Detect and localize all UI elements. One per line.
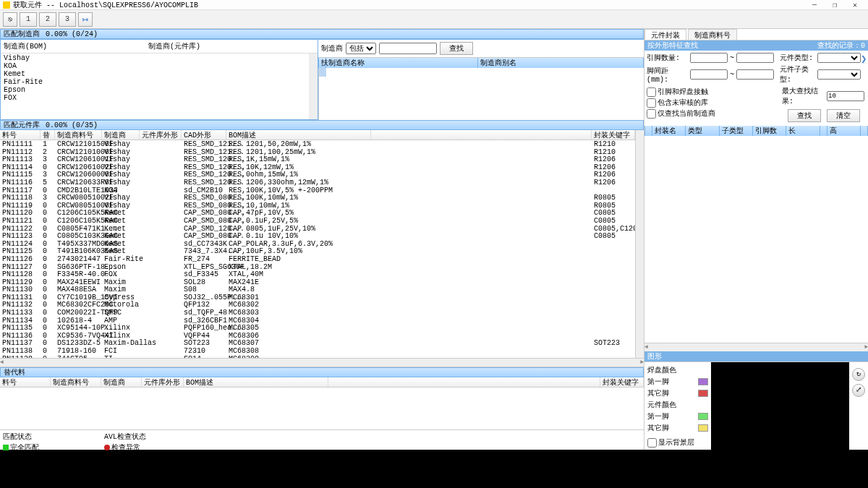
exit-icon[interactable]: ↦ <box>78 12 93 27</box>
manufacturer-item[interactable]: FOX <box>4 94 306 102</box>
table-row[interactable]: PN111330COM20022I-TQFPSMSCsd_TQFP_48MC68… <box>0 309 635 317</box>
comp-subtype-select[interactable] <box>817 69 861 80</box>
clear-button[interactable]: 清空 <box>827 109 860 122</box>
search-input[interactable] <box>379 43 437 54</box>
table-row[interactable]: PN111290MAX241EEWIMaximSOL28MAX241E <box>0 278 635 286</box>
pad-other-swatch[interactable] <box>698 390 708 397</box>
pitch-min[interactable] <box>690 69 728 80</box>
maximize-button[interactable]: ❐ <box>825 1 845 9</box>
component-table-body[interactable]: PN111111CRCW12101500FVishayRES_SMD_121..… <box>0 140 635 358</box>
component-table-scrollbar[interactable] <box>635 130 644 358</box>
pin-count-min[interactable] <box>690 53 728 63</box>
substitute-table-body[interactable] <box>0 388 644 429</box>
table-row[interactable]: PN111153CRCW12060000FVishayRES_SMD_120..… <box>0 171 635 179</box>
table-row[interactable]: PN111133CRCW12061001FVishayRES_SMD_120..… <box>0 155 635 163</box>
table-row[interactable]: PN111183CRCW08051002FVishayRES_SMD_080..… <box>0 194 635 202</box>
package-col[interactable] <box>820 126 827 136</box>
sub-col-libshape[interactable]: 元件库外形 <box>142 377 184 387</box>
close-button[interactable]: ✕ <box>845 1 865 9</box>
table-row[interactable]: PN111250T491B106K035ASKemet7343_7.3X4...… <box>0 247 635 255</box>
package-col[interactable] <box>861 126 868 136</box>
table-row[interactable]: PN111111CRCW12101500FVishayRES_SMD_121..… <box>0 140 635 148</box>
find-button[interactable]: 查找 <box>788 109 821 122</box>
open-icon[interactable]: ⎋ <box>3 12 17 27</box>
col-mfrpartno[interactable]: 制造商料号 <box>55 130 102 140</box>
manufacturer-item[interactable]: Epson <box>4 86 306 94</box>
pitch-max[interactable] <box>736 69 774 80</box>
manufacturer-item[interactable]: Kemet <box>4 70 306 78</box>
package-col[interactable] <box>645 126 652 136</box>
table-row[interactable]: PN111340102618-4AMPsd_326CBF1MC68304 <box>0 317 635 325</box>
table-row[interactable]: PN111165CRCW120633R0FVishayRES_SMD_120..… <box>0 179 635 187</box>
package-col[interactable]: 子类型 <box>720 126 753 136</box>
table-row[interactable]: PN111230C0805C103K3GACKemetCAP_SMD_080..… <box>0 232 635 240</box>
tab-mfr-partno[interactable]: 制造商料号 <box>688 29 737 40</box>
col-cadshape[interactable]: CAD外形 <box>182 130 226 140</box>
table-row[interactable]: PN11138071918-160FCI72310MC68308 <box>0 347 635 355</box>
toolbar-button-3[interactable]: 3 <box>59 12 76 27</box>
match-library-label: 匹配元件库 <box>4 120 40 130</box>
comp-type-select[interactable] <box>817 53 861 63</box>
package-col[interactable]: 高 <box>827 126 861 136</box>
table-row[interactable]: PN111310CY7C1019B_15VICypressSOJ32_.055P… <box>0 294 635 301</box>
manufacturer-item[interactable]: Fair-Rite <box>4 78 306 86</box>
table-row[interactable]: PN111200C1206C105K5RACKemetCAP_SMD_080..… <box>0 209 635 217</box>
table-row[interactable]: PN111122CRCW12101000FVishayRES_SMD_121..… <box>0 148 635 156</box>
check-show-bg[interactable] <box>647 438 657 448</box>
table-row[interactable]: PN111240T495X337MD06ASKemetsd_CC7343KCAP… <box>0 240 635 248</box>
table-row[interactable]: PN111190CRCW08051000FVishayRES_SMD_080..… <box>0 202 635 210</box>
search-button[interactable]: 查找 <box>440 42 473 55</box>
comp-other-swatch[interactable] <box>698 424 708 432</box>
pad-first-swatch[interactable] <box>698 378 708 385</box>
check-include-unreviewed[interactable] <box>647 98 656 108</box>
manufacturer-item[interactable]: Vishay <box>4 54 306 62</box>
table-row[interactable]: PN111320MC68302CFC20CMotorolaQFP132MC683… <box>0 301 635 309</box>
manufacturer-item[interactable]: KOA <box>4 62 306 70</box>
table-row[interactable]: PN111300MAX488ESAMaximS08MAX4.8 <box>0 286 635 294</box>
avl-status-label: AVL检查状态 <box>104 432 146 442</box>
form-expand-icon[interactable]: ❯ <box>861 53 867 65</box>
col-pkgkey[interactable]: 封装关键字 <box>592 130 635 140</box>
search-results-grid[interactable] <box>318 68 644 120</box>
package-col[interactable]: 封装名称 <box>652 126 686 136</box>
search-mode-select[interactable]: 包括 <box>346 43 376 54</box>
package-col[interactable]: 长 <box>786 126 820 136</box>
table-row[interactable]: PN111360XC9536-7VQ44IXilinxVQFP44MC68306 <box>0 332 635 340</box>
sub-col-mfrpartno[interactable]: 制造商料号 <box>51 377 101 387</box>
check-current-mfr-only[interactable] <box>647 109 656 119</box>
col-partno[interactable]: 料号 <box>0 130 41 140</box>
table-row[interactable]: PN111220C0805F471K1...KemetCAP_SMD_120..… <box>0 225 635 233</box>
table-row[interactable]: PN111210C1206C105K5RACKemetCAP_SMD_080..… <box>0 217 635 225</box>
minimize-button[interactable]: — <box>804 1 825 9</box>
table-row[interactable]: PN111170CMD2B10LTE103JKOAsd_CM2B10RES,10… <box>0 187 635 194</box>
table-row[interactable]: PN111270SG636PTF-18...EpsonXTL_EPS_SG636… <box>0 263 635 271</box>
package-col[interactable]: 类型 <box>686 126 719 136</box>
table-row[interactable]: PN111280F3345R-40.0...FOXsd_F3345XTAL,40… <box>0 270 635 278</box>
col-bomdesc[interactable]: BOM描述 <box>226 130 371 140</box>
manufacturer-list[interactable]: VishayKOAKemetFair-RiteEpsonFOX <box>1 53 318 119</box>
comp-first-swatch[interactable] <box>698 413 708 420</box>
sub-col-pkgkey[interactable]: 封装关键字 <box>600 377 644 387</box>
pin-count-max[interactable] <box>736 53 774 63</box>
check-pin-pad-contact[interactable] <box>647 87 656 97</box>
toolbar-button-1[interactable]: 1 <box>20 12 37 27</box>
toolbar-button-2[interactable]: 2 <box>39 12 56 27</box>
zoom-fit-icon[interactable]: ⤢ <box>852 384 865 397</box>
tab-component-package[interactable]: 元件封装 <box>644 29 686 40</box>
max-result-input[interactable] <box>827 91 864 101</box>
sub-col-bomdesc[interactable]: BOM描述 <box>184 377 328 387</box>
component-table-hscroll[interactable]: ◄► <box>0 358 644 367</box>
table-row[interactable]: PN111350XC95144-10P...XilinxPQFP160_hea.… <box>0 324 635 332</box>
table-row[interactable]: PN111140CRCW12061002FVishayRES_SMD_120..… <box>0 163 635 171</box>
col-alt[interactable]: 替 <box>41 130 55 140</box>
package-col[interactable]: 引脚数量 <box>753 126 786 136</box>
table-row[interactable]: PN111370DS1233DZ-5Maxim-DallasSOT223MC68… <box>0 339 635 347</box>
package-grid-hscroll[interactable]: ◄► <box>644 343 868 351</box>
col-libshape[interactable]: 元件库外形 <box>140 130 182 140</box>
package-grid-body[interactable] <box>644 136 868 343</box>
sub-col-partno[interactable]: 料号 <box>0 377 51 387</box>
table-row[interactable]: PN1112602743021447Fair-RiteFR_274FERRITE… <box>0 255 635 263</box>
col-mfr[interactable]: 制造商 <box>102 130 140 140</box>
refresh-icon[interactable]: ↻ <box>852 368 865 381</box>
sub-col-mfr[interactable]: 制造商 <box>101 377 142 387</box>
